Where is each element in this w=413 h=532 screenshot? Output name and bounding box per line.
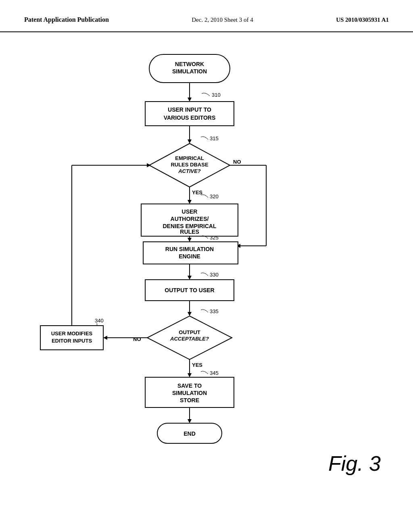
svg-text:320: 320 [210,193,219,200]
svg-text:STORE: STORE [180,397,199,403]
svg-text:AUTHORIZES/: AUTHORIZES/ [171,216,209,222]
svg-text:NETWORK: NETWORK [175,61,204,67]
svg-text:YES: YES [192,362,202,368]
svg-text:USER MODIFIES: USER MODIFIES [51,330,93,337]
svg-text:USER INPUT TO: USER INPUT TO [168,106,211,113]
svg-text:335: 335 [210,308,219,314]
svg-text:RULES: RULES [180,229,199,235]
svg-text:340: 340 [95,318,104,324]
svg-marker-66 [188,419,192,423]
svg-text:RUN SIMULATION: RUN SIMULATION [165,246,214,252]
header-patent-number: US 2010/0305931 A1 [336,17,389,23]
svg-marker-10 [188,139,192,143]
svg-text:ENGINE: ENGINE [179,253,200,260]
svg-text:YES: YES [192,189,202,195]
figure-label: Fig. 3 [328,451,381,476]
svg-marker-24 [188,200,192,204]
svg-text:USER: USER [182,208,198,215]
svg-text:NO: NO [233,159,241,165]
svg-text:315: 315 [210,135,219,141]
svg-text:VARIOUS EDITORS: VARIOUS EDITORS [164,114,216,121]
svg-text:EMPIRICAL: EMPIRICAL [175,155,204,161]
page-header: Patent Application Publication Dec. 2, 2… [0,0,413,32]
flowchart-svg: NETWORK SIMULATION 310 USER INPUT TO VAR… [0,32,413,500]
svg-text:325: 325 [210,235,219,241]
svg-text:ACTIVE?: ACTIVE? [178,168,201,174]
svg-marker-59 [188,373,192,377]
svg-marker-42 [188,312,192,316]
svg-text:SIMULATION: SIMULATION [172,68,207,75]
svg-marker-31 [188,238,192,242]
svg-rect-6 [145,102,234,126]
header-date-sheet: Dec. 2, 2010 Sheet 3 of 4 [192,17,253,23]
svg-text:330: 330 [210,272,219,278]
svg-marker-37 [188,276,192,280]
header-publication-label: Patent Application Publication [24,16,109,23]
svg-text:ACCEPTABLE?: ACCEPTABLE? [170,336,209,342]
svg-text:OUTPUT: OUTPUT [179,329,200,335]
svg-text:345: 345 [210,370,219,376]
svg-text:RULES DBASE: RULES DBASE [171,162,209,168]
svg-marker-4 [188,98,192,102]
svg-marker-49 [103,336,107,340]
svg-text:SAVE TO: SAVE TO [177,382,202,389]
svg-text:EDITOR INPUTS: EDITOR INPUTS [52,338,92,344]
svg-text:SIMULATION: SIMULATION [172,390,207,396]
svg-text:NO: NO [133,336,141,342]
svg-text:310: 310 [212,92,221,98]
diagram-area: NETWORK SIMULATION 310 USER INPUT TO VAR… [0,32,413,500]
svg-text:OUTPUT TO USER: OUTPUT TO USER [165,287,214,293]
svg-marker-56 [147,163,151,167]
svg-text:END: END [184,430,196,437]
page: Patent Application Publication Dec. 2, 2… [0,0,413,532]
